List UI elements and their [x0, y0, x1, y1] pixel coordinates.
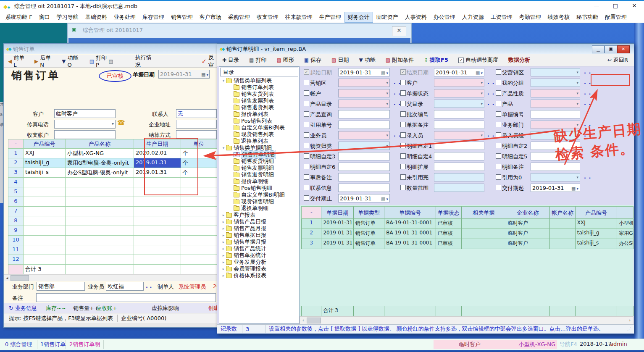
close-icon[interactable]: ✕	[392, 26, 406, 36]
table-cell[interactable]	[462, 229, 506, 239]
multi-select-dots[interactable]: . .	[394, 89, 401, 96]
detail-toolbar-返回R[interactable]: ↩返回R	[607, 56, 628, 64]
taskbar-item-2销售订单明[interactable]: 2销售订单明	[69, 341, 100, 348]
filter-field-明细备注[interactable]	[531, 163, 580, 171]
filter-checkbox-明细自定6[interactable]	[304, 164, 309, 169]
collapsed-icon[interactable]: ▸	[221, 213, 226, 217]
scroll-right-icon[interactable]: ›	[626, 318, 633, 323]
table-cell[interactable]: taishiji_s	[24, 168, 66, 178]
nav-shortcut[interactable]: 导航F4	[560, 341, 577, 348]
menu-item-1[interactable]: 系统功能 F	[3, 12, 35, 22]
table-cell[interactable]	[550, 239, 576, 249]
tree-item-销售类单据列表[interactable]: ▾销售类单据列表	[219, 77, 299, 84]
calendar-icon[interactable]: ▦▾	[381, 69, 388, 76]
tree-item-客户报表[interactable]: ▸客户报表	[219, 212, 299, 218]
table-row[interactable]: 9	[8, 226, 217, 236]
table-cell[interactable]	[462, 219, 506, 229]
table-row[interactable]: 4	[8, 178, 217, 187]
expanded-icon[interactable]: ▾	[221, 79, 226, 83]
table-cell[interactable]	[181, 236, 217, 245]
tree-item-销售发货明细[interactable]: 销售发货明细	[219, 158, 299, 165]
table-cell[interactable]	[134, 216, 181, 226]
scroll-left-icon[interactable]: ◂	[4, 276, 11, 280]
filter-checkbox-明细自定1[interactable]	[400, 143, 406, 148]
table-row[interactable]: 8	[8, 216, 217, 226]
table-cell[interactable]	[66, 255, 134, 265]
filter-checkbox-单据编号[interactable]	[496, 111, 501, 117]
menu-item-15[interactable]: 人事资料	[402, 12, 430, 22]
table-cell[interactable]	[181, 245, 217, 255]
table-cell[interactable]: 家用G型电脑-金奥-onlyit	[617, 229, 633, 239]
table-cell[interactable]	[181, 216, 217, 226]
filter-field-引用为0[interactable]: ▾	[531, 173, 580, 181]
customer-field[interactable]: 临时客户	[54, 109, 116, 118]
table-cell[interactable]	[134, 197, 181, 207]
table-cell[interactable]	[66, 207, 134, 216]
filter-checkbox-引用单号[interactable]	[304, 122, 309, 127]
detail-results-table[interactable]: -单据日期单据类型单据编号单据状态相关单据企业名称帐户名称产品编号12019-0…	[300, 205, 633, 316]
filter-field-产品目录[interactable]: ▾	[338, 100, 390, 108]
filter-checkbox-业务员[interactable]	[304, 132, 309, 138]
chevron-down-icon[interactable]: ▾	[481, 133, 483, 137]
filter-checkbox-父目录[interactable]	[400, 101, 406, 106]
table-cell[interactable]	[134, 187, 181, 197]
tree-item-现货销售列表[interactable]: 现货销售列表	[219, 131, 299, 138]
filter-field-业务部门[interactable]: ▾	[531, 121, 580, 129]
tree-item-销售发票列表[interactable]: 销售发票列表	[219, 97, 299, 104]
tree-item-销售单据统计[interactable]: ▸销售单据统计	[219, 252, 299, 259]
filter-field-录入员组[interactable]: ▾	[531, 131, 580, 139]
filter-checkbox-我的分组[interactable]	[496, 80, 501, 85]
table-cell[interactable]	[462, 239, 506, 249]
table-cell[interactable]: 个	[181, 149, 217, 158]
report-tree-panel[interactable]: 目录 ▾销售类单据列表销售订单列表销售发货列表销售发票列表销售退货列表报价单列表…	[219, 66, 300, 324]
column-header[interactable]: 单据状态	[436, 206, 462, 219]
table-cell[interactable]: BA-19-01-31-0001	[384, 219, 436, 229]
chevron-down-icon[interactable]: ▾	[481, 102, 483, 106]
collapsed-icon[interactable]: ▸	[221, 233, 226, 237]
close-icon[interactable]: ✕	[617, 45, 630, 53]
detail-toolbar-保存[interactable]: ▣保存	[304, 56, 321, 64]
menu-item-11[interactable]: 往来款管理	[282, 12, 315, 22]
detail-toolbar-图形[interactable]: ▨图形	[276, 56, 294, 64]
menu-item-3[interactable]: 学习导航	[54, 12, 81, 22]
tree-item-销售退货明细[interactable]: 销售退货明细	[219, 171, 299, 178]
chevron-down-icon[interactable]: ▾	[576, 81, 578, 85]
row-number[interactable]: 1	[301, 219, 321, 229]
table-cell[interactable]: 临时客户	[506, 229, 550, 239]
chevron-down-icon[interactable]: ▾	[576, 91, 578, 95]
menu-item-13[interactable]: 财务会计	[345, 12, 373, 22]
menu-item-19[interactable]: 考勤管理	[516, 12, 544, 22]
chevron-down-icon[interactable]: ▾	[386, 81, 388, 85]
table-row[interactable]: 6	[8, 197, 217, 207]
column-header[interactable]	[617, 206, 633, 219]
multi-select-dots[interactable]: . .	[394, 131, 401, 138]
link-销售量++[interactable]: 销售量++	[73, 305, 99, 312]
tree-item-销售产品统计[interactable]: ▸销售产品统计	[219, 245, 299, 252]
collapsed-icon[interactable]: ▸	[221, 273, 226, 278]
filter-field-未引用完[interactable]	[434, 173, 484, 181]
filter-field-单据状态[interactable]: ▾	[434, 89, 484, 97]
chevron-down-icon[interactable]: ▾	[386, 133, 388, 137]
link-库存~~[interactable]: 库存~~	[46, 305, 66, 312]
filter-checkbox-结束日期[interactable]: ✓	[400, 69, 406, 75]
table-cell[interactable]: 已审核	[436, 239, 462, 249]
note-field[interactable]	[36, 293, 216, 302]
horizontal-scrollbar[interactable]: ‹ ›	[300, 316, 633, 324]
maximize-icon[interactable]: ▣	[605, 45, 617, 53]
table-cell[interactable]: 销售订单	[354, 219, 384, 229]
table-row[interactable]: 7	[8, 207, 217, 216]
table-cell[interactable]	[134, 245, 181, 255]
filter-field-明细自定1[interactable]	[434, 142, 484, 150]
filter-checkbox-明细扩展[interactable]	[400, 164, 406, 169]
table-row[interactable]: 10	[8, 236, 217, 245]
order-toolbar-反审[interactable]: ✓反审	[201, 54, 217, 69]
filter-checkbox-明细备注[interactable]	[496, 164, 501, 169]
table-cell[interactable]	[181, 255, 217, 265]
calendar-icon[interactable]: ▦▾	[201, 71, 208, 77]
detail-toolbar-目录[interactable]: ✚目录	[222, 56, 239, 64]
table-cell[interactable]: 临时客户	[506, 239, 550, 249]
menu-item-20[interactable]: 绩效考核	[545, 12, 573, 22]
close-icon[interactable]: ✕	[628, 3, 641, 9]
filter-checkbox-产品性质[interactable]	[496, 90, 501, 96]
chevron-down-icon[interactable]: ▾	[576, 175, 578, 179]
